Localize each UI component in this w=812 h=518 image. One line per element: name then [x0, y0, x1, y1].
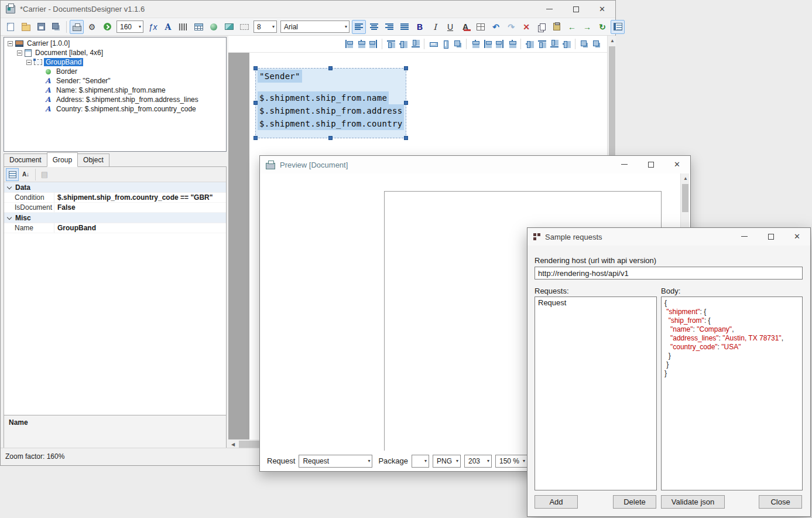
align-left-button[interactable]	[352, 20, 366, 34]
space-down-button[interactable]	[523, 38, 536, 50]
insert-ellipse-button[interactable]	[207, 20, 221, 34]
main-titlebar[interactable]: *Carrier - DocumentsDesigner v1.1.6 ✕	[1, 1, 615, 18]
same-size-button[interactable]	[451, 38, 464, 50]
settings-button[interactable]: ⚙	[85, 20, 99, 34]
resize-handle-nw[interactable]	[253, 66, 258, 70]
align-lefts-button[interactable]	[342, 38, 355, 50]
insert-table-button[interactable]	[191, 20, 205, 34]
redo-button[interactable]: ↷	[504, 20, 518, 34]
new-document-button[interactable]	[4, 20, 18, 34]
format-select[interactable]: PNG ▾	[433, 455, 461, 468]
align-centers-button[interactable]	[355, 38, 367, 50]
package-select[interactable]: ▾	[412, 455, 429, 468]
validate-json-button[interactable]: Validate json	[661, 495, 725, 509]
property-grid[interactable]: DataCondition$.shipment.ship_from.countr…	[4, 182, 226, 414]
insert-text-button[interactable]: A	[161, 20, 175, 34]
align-bottoms-button[interactable]	[409, 38, 422, 50]
close-button[interactable]: ✕	[589, 1, 615, 18]
property-row[interactable]: NameGroupBand	[4, 223, 226, 233]
export-request-button[interactable]: →	[580, 20, 594, 34]
sample-minimize-button[interactable]	[731, 228, 758, 245]
align-middles-button[interactable]	[397, 38, 409, 50]
tree-expander-icon[interactable]	[17, 50, 22, 56]
resize-handle-sw[interactable]	[253, 136, 258, 140]
tree-expander-icon[interactable]	[26, 60, 32, 65]
tab-group[interactable]: Group	[47, 152, 78, 167]
properties-panel-button[interactable]	[611, 20, 625, 34]
sample-close-button[interactable]: ✕	[784, 228, 810, 245]
decrease-vspace-button[interactable]	[548, 38, 560, 50]
resize-handle-e[interactable]	[404, 101, 408, 105]
align-tops-button[interactable]	[385, 38, 397, 50]
underline-button[interactable]: U	[443, 20, 457, 34]
rendering-host-input[interactable]: http://rendering-host/api/v1	[535, 267, 803, 280]
same-height-button[interactable]	[439, 38, 451, 50]
request-select[interactable]: Request ▾	[299, 455, 372, 468]
minimize-button[interactable]	[536, 1, 563, 18]
align-right-button[interactable]	[382, 20, 396, 34]
sort-alphabetical-button[interactable]: A↓	[19, 168, 32, 181]
resize-handle-s[interactable]	[328, 136, 333, 140]
refresh-button[interactable]: ↻	[595, 20, 609, 34]
insert-barcode-button[interactable]	[176, 20, 190, 34]
selected-element[interactable]: "Sender"$.shipment.ship_from.name$.shipm…	[255, 68, 406, 138]
dpi-select[interactable]: 203 ▾	[464, 455, 492, 468]
import-request-button[interactable]: ←	[565, 20, 579, 34]
align-rights-button[interactable]	[367, 38, 379, 50]
tree-item[interactable]: Address: $.shipment.ship_from.address_li…	[4, 95, 226, 104]
copy-button[interactable]	[535, 20, 549, 34]
resize-handle-ne[interactable]	[404, 66, 408, 70]
property-row[interactable]: IsDocumentFalse	[4, 203, 226, 213]
bring-to-front-button[interactable]	[578, 38, 590, 50]
property-category[interactable]: Misc	[4, 213, 226, 223]
sample-titlebar[interactable]: Sample requests ✕	[527, 228, 810, 246]
increase-hspace-button[interactable]	[481, 38, 494, 50]
bold-button[interactable]: B	[413, 20, 427, 34]
preview-zoom-select[interactable]: 150 % ▾	[495, 455, 527, 468]
remove-vspace-button[interactable]	[560, 38, 573, 50]
font-size-select[interactable]: 8▾	[253, 21, 277, 33]
preview-scroll-up-icon[interactable]: ▲	[681, 173, 690, 183]
preview-titlebar[interactable]: Preview [Document] ✕	[260, 156, 690, 173]
resize-handle-se[interactable]	[404, 136, 408, 140]
categorized-button[interactable]	[6, 168, 19, 181]
scroll-up-icon[interactable]: ▲	[608, 36, 617, 45]
font-color-button[interactable]: A	[458, 20, 472, 34]
tree-item[interactable]: GroupBand	[4, 57, 226, 67]
body-json[interactable]: { "shipment": { "ship_from": { "name": "…	[661, 297, 803, 490]
sample-maximize-button[interactable]	[758, 228, 784, 245]
tree-item[interactable]: Border	[4, 67, 226, 76]
insert-function-button[interactable]: ƒx	[146, 20, 160, 34]
maximize-button[interactable]	[563, 1, 589, 18]
design-mode-button[interactable]	[70, 20, 84, 34]
tree-item[interactable]: Name: $.shipment.ship_from.name	[4, 86, 226, 95]
paste-button[interactable]	[550, 20, 564, 34]
same-width-button[interactable]	[427, 38, 439, 50]
space-across-button[interactable]	[469, 38, 481, 50]
property-pages-button[interactable]: ▤	[38, 168, 51, 181]
tab-object[interactable]: Object	[77, 154, 109, 167]
increase-vspace-button[interactable]	[536, 38, 548, 50]
tree-item[interactable]: Sender: "Sender"	[4, 76, 226, 86]
align-center-button[interactable]	[367, 20, 381, 34]
property-row[interactable]: Condition$.shipment.ship_from.country_co…	[4, 193, 226, 203]
resize-handle-n[interactable]	[328, 66, 333, 70]
tree-item[interactable]: Country: $.shipment.ship_from.country_co…	[4, 104, 226, 114]
open-button[interactable]	[19, 20, 33, 34]
export-button[interactable]	[100, 20, 114, 34]
tree-view[interactable]: Carrier [1.0.0]Document [label, 4x6]Grou…	[4, 37, 227, 152]
save-all-button[interactable]	[49, 20, 63, 34]
preview-vscroll-thumb[interactable]	[682, 184, 688, 212]
add-button[interactable]: Add	[535, 495, 578, 509]
italic-button[interactable]: I	[428, 20, 442, 34]
font-family-select[interactable]: Arial▾	[280, 21, 350, 33]
insert-image-button[interactable]	[222, 20, 236, 34]
tree-item[interactable]: Document [label, 4x6]	[4, 48, 226, 57]
tab-document[interactable]: Document	[4, 154, 47, 167]
preview-close-button[interactable]: ✕	[664, 156, 690, 173]
resize-handle-w[interactable]	[253, 101, 258, 105]
delete-button[interactable]: Delete	[613, 495, 656, 509]
remove-hspace-button[interactable]	[506, 38, 518, 50]
send-to-back-button[interactable]	[590, 38, 602, 50]
preview-minimize-button[interactable]	[611, 156, 638, 173]
